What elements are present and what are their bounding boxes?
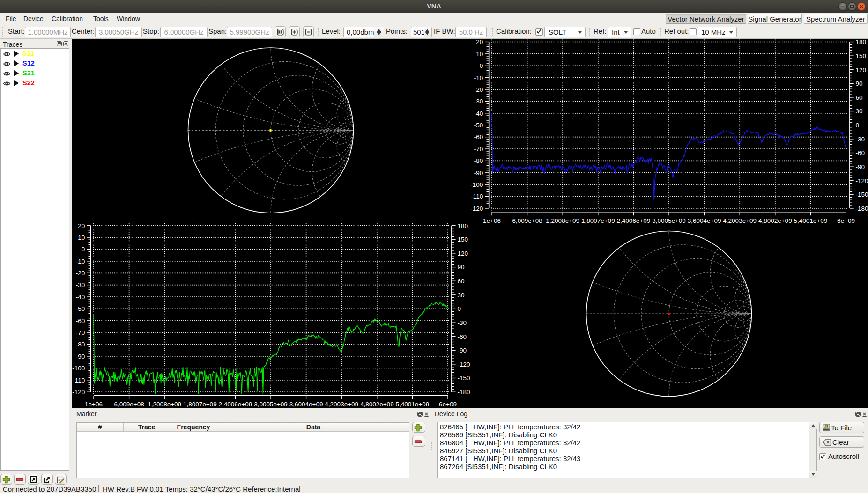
svg-text:20: 20 — [476, 39, 483, 45]
svg-text:1,2008e+09: 1,2008e+09 — [546, 217, 579, 224]
svg-text:-120: -120 — [855, 177, 868, 184]
svg-text:0: 0 — [480, 62, 483, 69]
svg-text:-70: -70 — [76, 329, 85, 336]
svg-text:-80: -80 — [76, 341, 85, 348]
svg-text:-100: -100 — [72, 365, 85, 372]
svg-text:4,8002e+09: 4,8002e+09 — [758, 217, 792, 224]
svg-text:-50: -50 — [76, 305, 85, 312]
svg-text:-30: -30 — [457, 319, 467, 326]
svg-text:5,4001e+09: 5,4001e+09 — [794, 217, 828, 224]
svg-text:-110: -110 — [73, 377, 85, 384]
svg-text:-100: -100 — [470, 181, 483, 188]
svg-text:-60: -60 — [474, 133, 483, 140]
svg-text:-180: -180 — [457, 389, 470, 396]
svg-text:0: 0 — [82, 246, 85, 253]
svg-text:-50: -50 — [474, 122, 483, 129]
svg-text:-60: -60 — [76, 317, 85, 324]
svg-text:-40: -40 — [474, 110, 483, 117]
svg-text:-90: -90 — [76, 353, 85, 360]
svg-text:-90: -90 — [457, 347, 467, 354]
svg-text:-150: -150 — [855, 191, 868, 198]
svg-text:30: 30 — [457, 292, 464, 299]
svg-text:5,4001e+09: 5,4001e+09 — [396, 401, 430, 408]
svg-text:60: 60 — [855, 94, 862, 101]
svg-text:3,0005e+09: 3,0005e+09 — [652, 217, 686, 224]
svg-text:-30: -30 — [76, 281, 85, 288]
svg-text:3,0005e+09: 3,0005e+09 — [254, 401, 288, 408]
svg-text:60: 60 — [457, 278, 464, 285]
svg-text:6e+09: 6e+09 — [837, 217, 855, 224]
svg-text:6,009e+08: 6,009e+08 — [512, 217, 542, 224]
svg-text:20: 20 — [78, 222, 85, 229]
svg-text:180: 180 — [457, 222, 468, 229]
svg-text:-20: -20 — [474, 86, 483, 93]
svg-text:2,4006e+09: 2,4006e+09 — [617, 217, 651, 224]
svg-text:-30: -30 — [474, 98, 483, 105]
svg-text:0: 0 — [457, 305, 461, 312]
svg-text:-60: -60 — [855, 149, 865, 156]
svg-text:-80: -80 — [474, 157, 483, 164]
svg-text:10: 10 — [476, 51, 483, 58]
svg-text:10: 10 — [78, 234, 85, 241]
svg-text:-40: -40 — [76, 294, 85, 301]
svg-text:90: 90 — [457, 264, 464, 271]
svg-text:30: 30 — [855, 108, 862, 115]
svg-text:-90: -90 — [474, 169, 483, 177]
svg-text:1e+06: 1e+06 — [85, 401, 103, 408]
svg-text:-120: -120 — [72, 389, 85, 396]
svg-text:180: 180 — [855, 39, 866, 45]
svg-text:120: 120 — [855, 66, 866, 74]
svg-text:1,8007e+09: 1,8007e+09 — [581, 217, 615, 224]
svg-text:3,6004e+09: 3,6004e+09 — [688, 217, 721, 224]
svg-text:4,2003e+09: 4,2003e+09 — [325, 401, 358, 408]
svg-text:1,2008e+09: 1,2008e+09 — [148, 401, 181, 408]
svg-text:-70: -70 — [474, 146, 483, 153]
svg-text:-120: -120 — [470, 205, 483, 212]
svg-text:-110: -110 — [471, 193, 483, 200]
svg-text:6,009e+08: 6,009e+08 — [114, 401, 144, 408]
svg-text:4,2003e+09: 4,2003e+09 — [723, 217, 757, 224]
svg-text:-10: -10 — [474, 74, 483, 81]
svg-text:90: 90 — [855, 80, 862, 87]
svg-text:-180: -180 — [855, 205, 868, 212]
svg-text:-30: -30 — [855, 136, 865, 143]
svg-text:0: 0 — [855, 122, 859, 129]
svg-text:120: 120 — [457, 250, 468, 257]
svg-text:-120: -120 — [457, 361, 470, 368]
svg-text:-60: -60 — [457, 333, 467, 340]
svg-text:6e+09: 6e+09 — [439, 401, 457, 408]
svg-text:-20: -20 — [76, 270, 85, 277]
svg-text:3,6004e+09: 3,6004e+09 — [289, 401, 323, 408]
svg-text:-10: -10 — [76, 258, 85, 265]
svg-text:1,8007e+09: 1,8007e+09 — [183, 401, 217, 408]
svg-text:4,8002e+09: 4,8002e+09 — [360, 401, 394, 408]
svg-text:150: 150 — [457, 236, 468, 243]
svg-text:-90: -90 — [855, 163, 865, 170]
svg-text:-150: -150 — [457, 375, 470, 382]
svg-text:2,4006e+09: 2,4006e+09 — [219, 401, 252, 408]
svg-text:150: 150 — [855, 52, 866, 59]
svg-text:1e+06: 1e+06 — [483, 217, 501, 224]
